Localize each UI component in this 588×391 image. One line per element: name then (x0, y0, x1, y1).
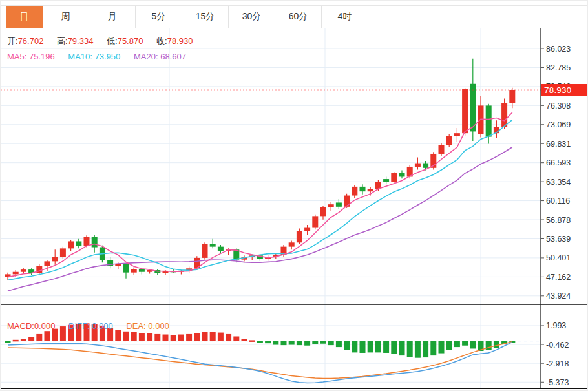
grid-lines (1, 28, 541, 388)
ma20-label: MA20: (134, 52, 158, 61)
ma20-value: 68.607 (160, 52, 186, 61)
tab-4hour[interactable]: 4时 (322, 6, 368, 28)
macd-label: MACD: (7, 321, 34, 331)
price-axis-label: 50.401 (546, 253, 571, 262)
tab-daily[interactable]: 日 (6, 6, 43, 28)
macd-readout: MACD:0.000 DIFF: 0.000 DEA: 0.000 (7, 321, 180, 331)
tab-monthly[interactable]: 月 (89, 6, 136, 28)
ma10-label: MA10: (68, 52, 92, 61)
ma5-label: MA5: (7, 52, 26, 61)
price-axis-label: 82.785 (546, 63, 571, 72)
candles-layer (5, 59, 516, 280)
ma5-line (8, 112, 512, 277)
price-axis-label: 76.308 (546, 101, 571, 111)
dea-label: DEA: (126, 321, 145, 331)
open-label: 开: (7, 36, 18, 46)
macd-axis-label: -5.373 (546, 378, 569, 387)
dea-value: 0.000 (148, 321, 169, 331)
low-value: 75.870 (118, 36, 143, 46)
macd-axis-label: -2.918 (546, 359, 569, 368)
price-axis-label: 73.069 (546, 120, 571, 129)
price-axis-label: 56.878 (546, 216, 571, 225)
ma5-value: 75.196 (29, 52, 55, 61)
ma20-line (8, 147, 512, 291)
diff-label: DIFF: (68, 321, 90, 331)
tab-weekly[interactable]: 周 (43, 6, 89, 28)
open-value: 76.702 (18, 36, 44, 46)
high-value: 79.334 (68, 36, 94, 46)
ma-lines-layer (8, 112, 512, 291)
macd-axis-label: 1.993 (546, 321, 566, 330)
price-axis-label: 66.593 (546, 158, 571, 167)
macd-lines-layer (8, 342, 512, 383)
macd-value: 0.000 (34, 321, 56, 331)
tab-60min[interactable]: 60分 (275, 6, 322, 28)
macd-axis-label: -0.462 (546, 341, 569, 350)
close-label: 收: (156, 36, 167, 46)
ohlc-readout: 开:76.702 高:79.334 低:75.870 收:78.930 (7, 36, 204, 47)
price-axis-label: 47.162 (546, 273, 571, 282)
dea-line (8, 342, 512, 379)
close-value: 78.930 (167, 36, 193, 46)
tab-15min[interactable]: 15分 (182, 6, 229, 28)
kline-chart-panel: 日 周 月 5分 15分 30分 60分 4时 86.02382.78579.5… (0, 0, 588, 391)
price-axis-label: 86.023 (546, 45, 571, 54)
diff-line (8, 342, 512, 383)
last-price-tag: 78.930 (541, 84, 588, 96)
tab-30min[interactable]: 30分 (229, 6, 275, 28)
timeframe-tabbar: 日 周 月 5分 15分 30分 60分 4时 (1, 5, 587, 28)
diff-value: 0.000 (92, 321, 113, 331)
price-axis-label: 69.831 (546, 140, 571, 149)
price-axis-label: 63.354 (546, 178, 571, 187)
ma10-value: 73.950 (95, 52, 121, 61)
price-axis-label: 43.924 (546, 291, 571, 301)
tab-5min[interactable]: 5分 (136, 6, 182, 28)
low-label: 低: (107, 36, 118, 46)
high-label: 高: (57, 36, 68, 46)
ma-readout: MA5: 75.196 MA10: 73.950 MA20: 68.607 (7, 52, 197, 61)
price-axis-label: 60.116 (546, 196, 570, 206)
price-axis-label: 53.639 (546, 235, 571, 244)
